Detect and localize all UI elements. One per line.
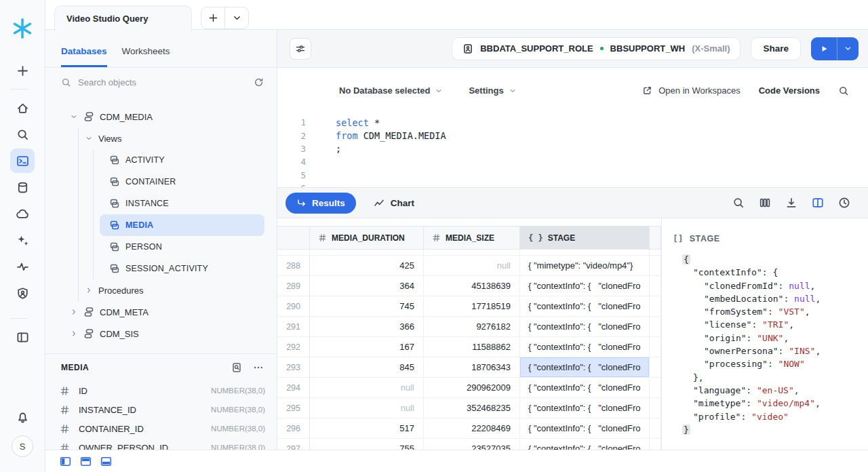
settings-menu[interactable]: Settings [469, 85, 516, 96]
row-number: 291 [277, 317, 310, 337]
tree-item-instance[interactable]: INSTANCE [45, 193, 277, 214]
cell-stage[interactable]: { "contextInfo": { "clonedFro [520, 276, 650, 296]
worksheet-settings-button[interactable] [290, 38, 311, 60]
view-icon [109, 176, 120, 187]
cell-media-duration[interactable]: 745 [310, 296, 424, 317]
rail-new-button[interactable] [10, 58, 35, 83]
preview-data-icon[interactable] [231, 362, 242, 373]
cell-stage[interactable]: { "contextInfo": { "clonedFro [520, 439, 650, 450]
context-selector[interactable]: BBDATA_SUPPORT_ROLE BBSUPPORT_WH (X-Smal… [452, 37, 741, 60]
tree-item-container[interactable]: CONTAINER [45, 171, 277, 193]
split-view-icon[interactable] [812, 197, 824, 209]
tree-item-views[interactable]: Views [45, 127, 277, 149]
cell-media-size[interactable]: null [424, 256, 520, 276]
tab-results[interactable]: Results [285, 193, 356, 214]
run-options-button[interactable] [837, 37, 859, 60]
search-results-icon[interactable] [732, 197, 745, 209]
notifications-button[interactable] [10, 404, 35, 429]
sql-editor[interactable]: 1select *2from CDM_MEDIA.MEDIA3;456 [277, 113, 868, 187]
cell-media-size[interactable]: 17718519 [424, 296, 520, 317]
cloud-icon [16, 208, 29, 220]
cell-media-duration[interactable]: 425 [310, 256, 424, 276]
rail-activity-button[interactable] [10, 254, 35, 279]
new-tab-button[interactable] [201, 7, 224, 28]
rail-data-button[interactable] [10, 175, 35, 199]
chevron-down-icon[interactable] [70, 113, 78, 121]
cell-media-duration[interactable]: 366 [310, 317, 424, 337]
cell-stage[interactable]: { "contextInfo": { "clonedFro [520, 378, 650, 398]
cell-media-size[interactable]: 290962009 [424, 378, 520, 398]
tree-item-procedures[interactable]: Procedures [45, 279, 277, 301]
cell-stage[interactable]: { "contextInfo": { "clonedFro [520, 317, 650, 337]
cell-stage[interactable]: { "contextInfo": { "clonedFro [520, 296, 650, 317]
cell-media-size[interactable]: 18706343 [424, 357, 520, 378]
cell-media-duration[interactable]: 845 [310, 357, 424, 378]
tree-item-media[interactable]: MEDIA [100, 214, 264, 236]
cell-media-size[interactable]: 352468235 [424, 398, 520, 418]
cell-media-duration[interactable]: 517 [310, 418, 424, 439]
cell-media-size[interactable]: 22208469 [424, 418, 520, 439]
cell-media-size[interactable]: 9276182 [424, 317, 520, 337]
code-versions-button[interactable]: Code Versions [759, 85, 820, 96]
chevron-right-icon[interactable] [85, 286, 93, 294]
cell-stage[interactable]: { "contextInfo": { "clonedFro [520, 357, 650, 378]
tree-item-cdm_sis[interactable]: CDM_SIS [45, 323, 277, 345]
toggle-top-panel-icon[interactable] [80, 456, 92, 467]
search-objects-input[interactable] [78, 77, 247, 87]
cell-stage[interactable]: { "contextInfo": { "clonedFro [520, 398, 650, 418]
rail-governance-button[interactable] [10, 281, 35, 305]
cell-media-size[interactable]: 45138639 [424, 276, 520, 296]
cell-media-duration[interactable]: null [310, 398, 424, 418]
refresh-icon[interactable] [254, 77, 264, 87]
search-icon [61, 77, 71, 87]
cell-media-duration[interactable]: 364 [310, 276, 424, 296]
column-header-media_duration[interactable]: MEDIA_DURATION [310, 227, 424, 249]
cell-stage[interactable]: { "mimetype": "video/mp4"} [520, 256, 650, 276]
rail-search-button[interactable] [10, 122, 35, 146]
chevron-right-icon[interactable] [70, 308, 78, 316]
toggle-left-panel-icon[interactable] [60, 456, 71, 467]
editor-search-icon[interactable] [838, 85, 849, 96]
status-bar [45, 450, 868, 472]
user-avatar[interactable]: S [12, 435, 33, 457]
json-line: "origin": "UNK", [673, 332, 868, 345]
column-header-stage[interactable]: { }STAGE [520, 227, 650, 249]
cell-media-size[interactable]: 11588862 [424, 337, 520, 357]
columns-icon[interactable] [759, 197, 771, 209]
cell-stage[interactable]: { "contextInfo": { "clonedFro [520, 337, 650, 357]
pulse-icon [16, 260, 29, 273]
cell-media-duration[interactable]: 167 [310, 337, 424, 357]
cell-media-duration[interactable]: null [310, 378, 424, 398]
tree-item-cdm_media[interactable]: CDM_MEDIA [45, 106, 277, 127]
rail-worksheets-button[interactable] [10, 149, 35, 173]
rail-cloud-button[interactable] [10, 201, 35, 226]
tree-item-cdm_meta[interactable]: CDM_META [45, 301, 277, 323]
toggle-bottom-panel-icon[interactable] [100, 456, 112, 467]
cell-stage[interactable]: { "contextInfo": { "clonedFro [520, 418, 650, 439]
row-number: 296 [277, 418, 310, 439]
tab-chart[interactable]: Chart [374, 197, 414, 208]
worksheet-tab[interactable]: Video Studio Query [54, 5, 192, 31]
database-selector[interactable]: No Database selected [339, 85, 443, 96]
tab-databases[interactable]: Databases [61, 46, 107, 67]
rail-panels-button[interactable] [10, 325, 35, 349]
tab-list-dropdown-button[interactable] [224, 7, 248, 28]
tab-worksheets[interactable]: Worksheets [122, 46, 170, 67]
cell-media-duration[interactable]: 755 [310, 439, 424, 450]
column-header-media_size[interactable]: MEDIA_SIZE [424, 227, 520, 249]
download-icon[interactable] [785, 197, 797, 209]
share-button[interactable]: Share [751, 37, 801, 60]
cell-media-size[interactable]: 23527035 [424, 439, 520, 450]
run-button[interactable] [811, 37, 837, 60]
row-number-header[interactable] [277, 227, 310, 249]
tree-item-session_activity[interactable]: SESSION_ACTIVITY [45, 258, 277, 279]
open-in-workspaces-link[interactable]: Open in Workspaces [642, 85, 740, 96]
more-options-icon[interactable] [253, 362, 264, 373]
rail-ai-button[interactable] [10, 228, 35, 252]
rail-home-button[interactable] [10, 96, 35, 120]
tree-item-person[interactable]: PERSON [45, 236, 277, 258]
chevron-right-icon[interactable] [70, 330, 78, 338]
chevron-down-icon[interactable] [85, 134, 93, 142]
history-icon[interactable] [838, 197, 850, 209]
tree-item-activity[interactable]: ACTIVITY [45, 149, 277, 171]
